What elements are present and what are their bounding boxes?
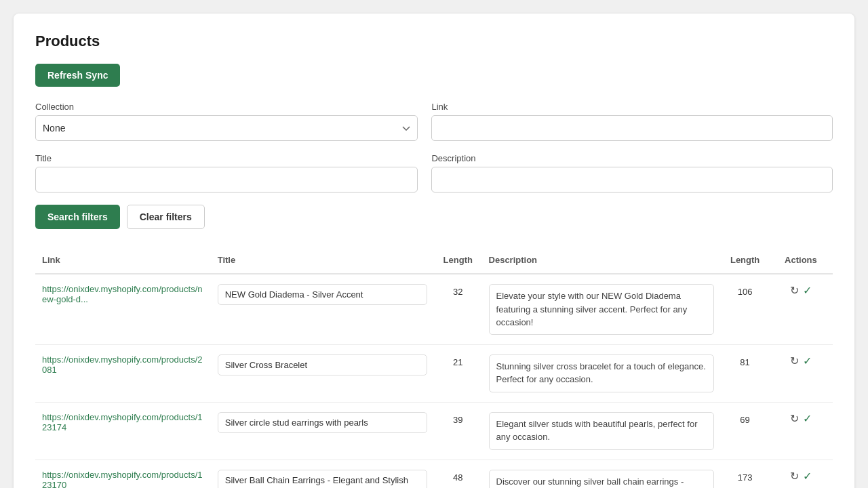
products-table: Link Title Length Description Length Act… (35, 248, 833, 488)
collection-select[interactable]: None (35, 115, 418, 141)
col-header-actions: Actions (769, 248, 833, 274)
refresh-sync-button[interactable]: Refresh Sync (35, 64, 120, 87)
cell-description: Elegant silver studs with beautiful pear… (482, 402, 722, 460)
cell-actions: ↻✓ (769, 460, 833, 488)
cell-title-length: 21 (434, 344, 482, 402)
cell-description: Stunning silver cross bracelet for a tou… (482, 344, 722, 402)
cell-desc-length: 106 (721, 274, 769, 344)
product-link[interactable]: https://onixdev.myshopify.com/products/1… (42, 412, 203, 432)
cell-title-length: 32 (434, 274, 482, 344)
check-icon[interactable]: ✓ (803, 354, 812, 367)
refresh-icon[interactable]: ↻ (790, 284, 799, 297)
product-link[interactable]: https://onixdev.myshopify.com/products/1… (42, 470, 203, 489)
collection-label: Collection (35, 102, 418, 112)
check-icon[interactable]: ✓ (803, 412, 812, 425)
cell-desc-length: 81 (721, 344, 769, 402)
clear-filters-button[interactable]: Clear filters (127, 205, 205, 229)
cell-title (211, 344, 434, 402)
check-icon[interactable]: ✓ (803, 470, 812, 483)
search-filters-button[interactable]: Search filters (35, 205, 120, 229)
page-title: Products (35, 33, 833, 50)
product-link[interactable]: https://onixdev.myshopify.com/products/n… (42, 284, 203, 304)
check-icon[interactable]: ✓ (803, 284, 812, 297)
link-label: Link (431, 102, 833, 112)
description-label: Description (431, 153, 833, 163)
cell-desc-length: 173 (721, 460, 769, 488)
col-header-length2: Length (721, 248, 769, 274)
refresh-icon[interactable]: ↻ (790, 354, 799, 367)
title-field[interactable] (218, 470, 427, 489)
description-text: Elevate your style with our NEW Gold Dia… (489, 284, 715, 335)
cell-description: Elevate your style with our NEW Gold Dia… (482, 274, 722, 344)
col-header-length1: Length (434, 248, 482, 274)
table-row: https://onixdev.myshopify.com/products/n… (35, 274, 833, 344)
description-text: Elegant silver studs with beautiful pear… (489, 412, 715, 450)
cell-description: Discover our stunning silver ball chain … (482, 460, 722, 488)
cell-desc-length: 69 (721, 402, 769, 460)
cell-link: https://onixdev.myshopify.com/products/2… (35, 344, 211, 402)
cell-link: https://onixdev.myshopify.com/products/n… (35, 274, 211, 344)
cell-actions: ↻✓ (769, 274, 833, 344)
refresh-icon[interactable]: ↻ (790, 470, 799, 483)
cell-title (211, 460, 434, 488)
title-field[interactable] (218, 412, 427, 433)
cell-title (211, 274, 434, 344)
table-row: https://onixdev.myshopify.com/products/1… (35, 402, 833, 460)
cell-title (211, 402, 434, 460)
cell-actions: ↻✓ (769, 402, 833, 460)
description-text: Discover our stunning silver ball chain … (489, 470, 715, 489)
table-row: https://onixdev.myshopify.com/products/2… (35, 344, 833, 402)
products-table-wrapper: Link Title Length Description Length Act… (35, 248, 833, 488)
title-field[interactable] (218, 284, 427, 305)
col-header-link: Link (35, 248, 211, 274)
title-label: Title (35, 153, 418, 163)
refresh-icon[interactable]: ↻ (790, 412, 799, 425)
description-text: Stunning silver cross bracelet for a tou… (489, 354, 715, 392)
cell-actions: ↻✓ (769, 344, 833, 402)
description-input[interactable] (431, 167, 833, 192)
title-input[interactable] (35, 167, 418, 192)
col-header-description: Description (482, 248, 722, 274)
cell-link: https://onixdev.myshopify.com/products/1… (35, 402, 211, 460)
cell-title-length: 39 (434, 402, 482, 460)
cell-link: https://onixdev.myshopify.com/products/1… (35, 460, 211, 488)
cell-title-length: 48 (434, 460, 482, 488)
title-field[interactable] (218, 354, 427, 375)
col-header-title: Title (211, 248, 434, 274)
product-link[interactable]: https://onixdev.myshopify.com/products/2… (42, 354, 203, 375)
table-row: https://onixdev.myshopify.com/products/1… (35, 460, 833, 488)
link-input[interactable] (431, 115, 833, 141)
